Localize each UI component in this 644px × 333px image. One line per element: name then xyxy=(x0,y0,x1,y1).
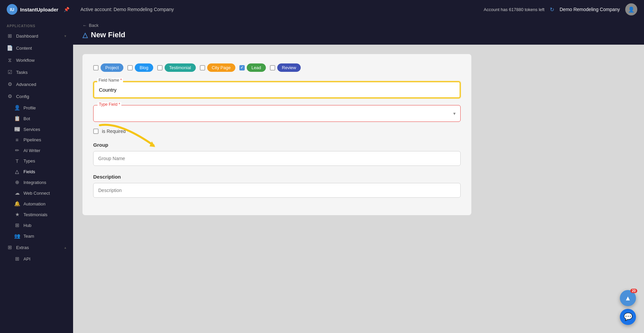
tag-item-lead[interactable]: Lead xyxy=(239,63,266,72)
sidebar-sub-config: 👤 Profile 📋 Bot 📰 Services ≡ Pipelines ✏… xyxy=(0,102,73,241)
sidebar-item-fields[interactable]: △ Fields xyxy=(11,166,73,177)
ai-writer-icon: ✏ xyxy=(14,147,20,153)
sidebar-item-hub[interactable]: ⊞ Hub xyxy=(11,220,73,231)
sidebar-item-label: Automation xyxy=(23,201,46,206)
tag-item-review[interactable]: Review xyxy=(270,63,301,72)
sidebar-item-team[interactable]: 👥 Team xyxy=(11,231,73,241)
avatar[interactable]: 👤 xyxy=(625,3,637,15)
tokens-label: Account has 617880 tokens left xyxy=(484,7,544,12)
description-input[interactable] xyxy=(93,183,461,198)
sidebar-item-advanced[interactable]: ⚙ Advanced xyxy=(0,78,73,90)
advanced-icon: ⚙ xyxy=(7,81,13,87)
fields-icon: △ xyxy=(14,169,20,175)
field-name-group: Field Name xyxy=(93,81,461,98)
sidebar-item-bot[interactable]: 📋 Bot xyxy=(11,113,73,124)
group-section-label: Group xyxy=(93,142,461,148)
sidebar-item-label: Bot xyxy=(23,116,30,121)
sidebar-item-label: Web Connect xyxy=(23,191,50,196)
sidebar-item-label: Hub xyxy=(23,223,32,228)
web-connect-icon: ☁ xyxy=(14,190,20,196)
logo-icon: IU xyxy=(7,4,17,15)
sidebar-item-testimonials[interactable]: ★ Testimonials xyxy=(11,209,73,220)
tags-row: Project Blog Testimonial C xyxy=(93,63,461,72)
types-icon: T xyxy=(14,158,20,164)
tag-checkbox-city-page[interactable] xyxy=(200,65,205,70)
sidebar-item-label: Profile xyxy=(23,105,36,110)
sidebar-item-extras[interactable]: ⊞ Extras ▴ xyxy=(0,241,73,253)
sub-header-row: △ New Field Save xyxy=(82,31,635,39)
tasks-icon: ☑ xyxy=(7,69,13,75)
extras-icon: ⊞ xyxy=(7,244,13,250)
sidebar-item-pipelines[interactable]: ≡ Pipelines xyxy=(11,135,73,145)
sidebar-item-tasks[interactable]: ☑ Tasks xyxy=(0,66,73,78)
topbar-right: Account has 617880 tokens left ↻ Demo Re… xyxy=(484,3,637,15)
field-name-input-wrapper: Field Name xyxy=(93,81,461,98)
sidebar-item-label: Testimonials xyxy=(23,212,48,217)
active-account-label: Active account: Demo Remodeling Company xyxy=(77,7,484,12)
description-section-label: Description xyxy=(93,174,461,180)
tag-badge-lead: Lead xyxy=(247,63,266,72)
sidebar-item-workflow[interactable]: ⧖ Workflow xyxy=(0,54,73,66)
chat-bubble[interactable]: 💬 xyxy=(620,309,636,325)
sidebar-item-label: Advanced xyxy=(16,82,36,87)
dashboard-icon: ⊞ xyxy=(7,33,13,39)
sidebar-item-config[interactable]: ⚙ Config xyxy=(0,90,73,102)
sidebar-item-label: AI Writer xyxy=(23,148,40,153)
page-title-text: New Field xyxy=(91,31,125,39)
api-icon: ⊞ xyxy=(14,256,20,262)
layout: APPLICATIONS ⊞ Dashboard ▾ 📄 Content ⧖ W… xyxy=(0,19,644,333)
tag-item-testimonial[interactable]: Testimonial xyxy=(157,63,196,72)
tag-item-project[interactable]: Project xyxy=(93,63,123,72)
is-required-row: is Required xyxy=(93,129,461,134)
back-link[interactable]: ← Back xyxy=(82,23,635,28)
sidebar-item-dashboard[interactable]: ⊞ Dashboard ▾ xyxy=(0,30,73,42)
sidebar-item-content[interactable]: 📄 Content xyxy=(0,42,73,54)
sidebar-item-label: Types xyxy=(23,158,35,163)
type-field-select[interactable]: Text Number Date Boolean xyxy=(98,111,453,116)
tag-badge-project: Project xyxy=(101,63,123,72)
tag-checkbox-project[interactable] xyxy=(93,65,99,70)
sidebar-item-types[interactable]: T Types xyxy=(11,156,73,166)
sidebar-item-api[interactable]: ⊞ API xyxy=(11,253,73,264)
sidebar-item-ai-writer[interactable]: ✏ AI Writer xyxy=(11,145,73,156)
tag-checkbox-blog[interactable] xyxy=(127,65,133,70)
is-required-checkbox[interactable] xyxy=(93,129,99,134)
tag-checkbox-lead[interactable] xyxy=(239,65,245,70)
profile-icon: 👤 xyxy=(14,105,20,111)
page-title-icon: △ xyxy=(82,31,87,39)
sidebar-item-label: Services xyxy=(23,127,40,132)
group-name-input[interactable] xyxy=(93,151,461,166)
sidebar-item-label: Pipelines xyxy=(23,137,41,142)
sidebar-item-label: Content xyxy=(16,46,32,51)
tag-checkbox-testimonial[interactable] xyxy=(157,65,163,70)
refresh-icon[interactable]: ↻ xyxy=(550,6,554,13)
content-icon: 📄 xyxy=(7,45,13,51)
sidebar-item-label: Extras xyxy=(16,245,29,250)
scroll-top-button[interactable]: ▲ 20 xyxy=(620,290,636,306)
back-label: Back xyxy=(89,23,99,28)
sidebar-item-profile[interactable]: 👤 Profile xyxy=(11,102,73,113)
sidebar-item-label: Integrations xyxy=(23,180,46,185)
tag-checkbox-review[interactable] xyxy=(270,65,275,70)
scroll-top-icon: ▲ xyxy=(625,294,631,302)
sidebar-item-services[interactable]: 📰 Services xyxy=(11,124,73,135)
sidebar-item-automation[interactable]: 🔔 Automation xyxy=(11,198,73,209)
sidebar-item-label: Fields xyxy=(23,169,35,174)
sidebar: APPLICATIONS ⊞ Dashboard ▾ 📄 Content ⧖ W… xyxy=(0,19,73,333)
tag-item-city-page[interactable]: City Page xyxy=(200,63,235,72)
type-field-wrapper[interactable]: Type Field * Text Number Date Boolean ▾ xyxy=(93,105,461,122)
sidebar-item-web-connect[interactable]: ☁ Web Connect xyxy=(11,188,73,198)
chevron-icon: ▾ xyxy=(64,34,66,38)
config-icon: ⚙ xyxy=(7,93,13,99)
sidebar-item-label: Tasks xyxy=(16,70,28,75)
logo-text: InstantUploader xyxy=(20,7,58,12)
field-name-input[interactable] xyxy=(94,82,460,97)
sidebar-item-integrations[interactable]: ⊕ Integrations xyxy=(11,177,73,188)
tag-item-blog[interactable]: Blog xyxy=(127,63,153,72)
integrations-icon: ⊕ xyxy=(14,179,20,185)
hub-icon: ⊞ xyxy=(14,222,20,228)
logo[interactable]: IU InstantUploader 📌 xyxy=(7,4,77,15)
sidebar-item-label: Config xyxy=(16,94,29,99)
extras-chevron-icon: ▴ xyxy=(64,245,66,250)
sidebar-item-label: Dashboard xyxy=(16,34,38,39)
